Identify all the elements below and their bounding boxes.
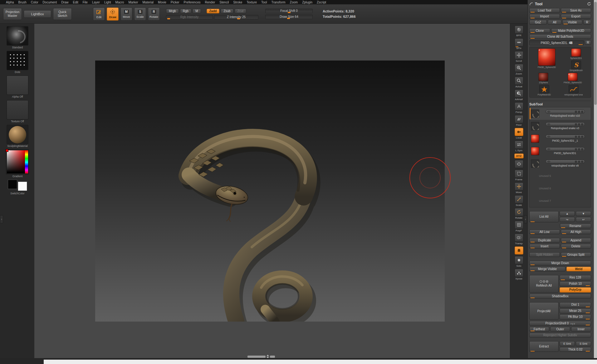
subtool-item[interactable]: PM3D_Sphere3D1 _1 — [530, 132, 591, 145]
goz-all-button[interactable]: All — [548, 20, 561, 25]
thick-slider[interactable]: Thick 0.02 — [560, 347, 591, 352]
merge-visible-button[interactable]: Merge Visible — [529, 267, 565, 271]
weld-button[interactable]: Weld — [566, 267, 591, 271]
local-button[interactable]: Local — [515, 128, 523, 139]
rgb-intensity-slider[interactable]: Rgb Intensity — [166, 15, 213, 19]
res-slider[interactable]: Res 128 — [560, 275, 591, 280]
tool-thumbnail[interactable]: retopologised sna — [564, 85, 583, 96]
menu-marker[interactable]: Marker — [126, 1, 140, 4]
menu-movie[interactable]: Movie — [156, 1, 169, 4]
goz-visible-button[interactable]: Visible — [562, 20, 582, 25]
polypaint-icon[interactable] — [575, 136, 577, 138]
menu-stroke[interactable]: Stroke — [231, 1, 244, 4]
scroll-up-button[interactable] — [267, 355, 269, 356]
menu-file[interactable]: File — [81, 1, 90, 4]
projection-shell-slider[interactable]: ProjectionShell 0 x y z — [529, 321, 591, 326]
menu-light[interactable]: Light — [102, 1, 113, 4]
rgb-button[interactable]: Rgb — [180, 9, 191, 13]
visibility-eye-icon[interactable] — [547, 123, 551, 125]
subtool-item[interactable]: Retopologised snake v10 — [530, 107, 591, 120]
menu-material[interactable]: Material — [140, 1, 156, 4]
polyf-button[interactable]: PolyF — [515, 221, 523, 232]
persp-button[interactable]: Persp — [515, 102, 523, 114]
rotate-mode-button[interactable]: R Rotate — [148, 7, 160, 21]
inner-button[interactable]: Inner — [571, 327, 591, 332]
tool-thumbnail[interactable]: 4 PM3D_Sphere3D — [564, 73, 582, 84]
groups-split-button[interactable]: Groups Split — [561, 252, 591, 257]
remesh-icon[interactable] — [581, 111, 583, 113]
quick-sketch-button[interactable]: Quick Sketch — [53, 8, 72, 20]
gradient-picker[interactable] — [6, 149, 29, 174]
subtool-item[interactable]: PM3D_Sphere3D1 — [530, 145, 591, 157]
menu-brush[interactable]: Brush — [16, 1, 29, 4]
remesh-all-button[interactable]: ReMesh All — [529, 275, 559, 293]
zadd-button[interactable]: Zadd — [207, 9, 220, 13]
dist-slider[interactable]: Dist 1 — [560, 302, 591, 308]
split-hidden-button[interactable]: Split Hidden — [529, 252, 560, 257]
move-mode-button[interactable]: M Move — [120, 7, 132, 21]
menu-zscript[interactable]: Zscript — [315, 1, 328, 4]
visibility-eye-icon[interactable] — [547, 110, 551, 113]
panel-scrollbar[interactable] — [594, 0, 597, 364]
subtool-down-button[interactable]: ▼ — [576, 211, 591, 216]
projection-master-button[interactable]: Projection Master — [3, 8, 22, 20]
subtool-controls[interactable] — [546, 135, 585, 138]
outer-button[interactable]: Outer — [550, 327, 570, 332]
duplicate-button[interactable]: Duplicate — [529, 238, 560, 243]
menu-macro[interactable]: Macro — [113, 1, 126, 4]
spix-slider[interactable]: SPix — [515, 38, 523, 50]
left-tray-handle[interactable]: › — [0, 215, 3, 223]
reproject-higher-subdiv-button[interactable]: Reproject Higher Subdiv — [529, 333, 591, 337]
secondary-color-swatch[interactable] — [18, 182, 27, 191]
z-intensity-slider[interactable]: Z Intensity 25 — [214, 15, 258, 19]
stroke-button[interactable]: Dots — [5, 51, 30, 74]
brush-icon[interactable] — [578, 111, 580, 113]
scale-mode-button[interactable]: S Scale — [134, 7, 146, 21]
scale-strip-button[interactable]: Scale — [515, 195, 523, 206]
tool-thumbnail[interactable]: Sphere3D1 — [570, 48, 583, 60]
switch-color-swatches[interactable] — [7, 180, 28, 192]
bpr-button[interactable]: BPR — [515, 26, 523, 37]
menu-alpha[interactable]: Alpha — [4, 1, 16, 4]
zoom-button[interactable]: Zoom — [515, 64, 523, 75]
tool-thumbnail[interactable]: S SimpleBrush — [570, 61, 583, 72]
xpose-button[interactable]: Xpose — [515, 269, 523, 280]
move-strip-button[interactable]: Move — [515, 182, 523, 194]
load-tool-button[interactable]: Load Tool — [529, 8, 560, 13]
aahalf-button[interactable]: AAHalf — [515, 90, 523, 101]
all-low-button[interactable]: All Low — [529, 230, 560, 234]
subtool-item-unused[interactable]: Unused 5 — [530, 170, 591, 182]
tool-thumbnail[interactable]: PolyMesh3D — [538, 85, 551, 96]
brush-icon[interactable] — [578, 148, 580, 150]
mrgb-button[interactable]: Mrgb — [166, 9, 179, 13]
menu-zplugin[interactable]: Zplugin — [300, 1, 315, 4]
shadowbox-button[interactable]: ShadowBox — [529, 294, 591, 298]
merge-down-button[interactable]: Merge Down — [529, 261, 591, 265]
m-button[interactable]: M — [193, 9, 201, 13]
frame-button[interactable]: Frame — [515, 170, 523, 181]
gyro-button[interactable] — [515, 160, 523, 168]
extract-button[interactable]: Extract — [529, 341, 559, 352]
visibility-eye-icon[interactable] — [547, 135, 551, 138]
append-button[interactable]: Append — [561, 238, 591, 243]
actual-button[interactable]: Actual — [515, 77, 523, 88]
floor-button[interactable]: Floor — [515, 115, 523, 126]
subtool-section-title[interactable]: SubTool — [529, 101, 591, 106]
axis-toggles[interactable]: x y z — [570, 323, 575, 325]
list-all-button[interactable]: List All — [529, 211, 559, 222]
visibility-eye-icon[interactable] — [547, 160, 551, 163]
ghost-button[interactable] — [515, 246, 523, 255]
clone-all-subtools-button[interactable]: Clone All SubTools — [529, 34, 591, 39]
menu-transform[interactable]: Transform — [269, 1, 287, 4]
menu-stencil[interactable]: Stencil — [217, 1, 231, 4]
palette-reset-icon[interactable] — [587, 2, 591, 6]
menu-zoom[interactable]: Zoom — [288, 1, 300, 4]
switch-color-button[interactable]: SwitchColor — [5, 180, 30, 195]
subtool-controls[interactable] — [546, 122, 585, 126]
subtool-up-button[interactable]: ▲ — [560, 211, 575, 216]
menu-texture[interactable]: Texture — [244, 1, 259, 4]
tool-thumbnail[interactable]: ZSphere — [538, 73, 548, 84]
remesh-icon[interactable] — [581, 148, 583, 150]
active-tool-slider[interactable]: PM3D_Sphere3D1. 48 — [529, 40, 584, 45]
mean-slider[interactable]: Mean 25 — [560, 308, 591, 314]
